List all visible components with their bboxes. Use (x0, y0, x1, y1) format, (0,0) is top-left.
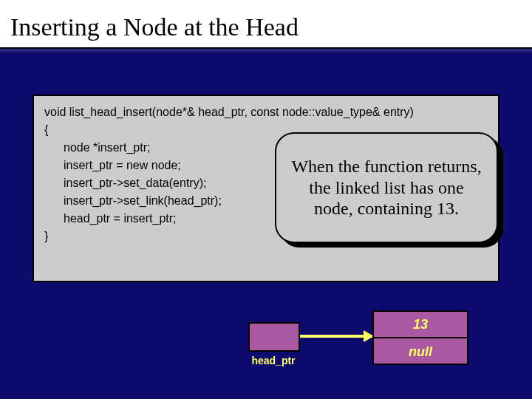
slide-title: Inserting a Node at the Head (10, 13, 522, 41)
node-data-field: 13 (374, 312, 467, 338)
arrow-icon (300, 335, 372, 338)
callout-text: When the function returns, the linked li… (290, 156, 483, 219)
code-signature: void list_head_insert(node*& head_ptr, c… (44, 103, 488, 121)
title-underline (0, 47, 532, 52)
title-area: Inserting a Node at the Head (0, 0, 532, 47)
pointer-box (248, 322, 300, 352)
pointer-label: head_ptr (236, 355, 310, 366)
node-box: 13 null (372, 310, 468, 365)
node-link-field: null (374, 338, 467, 365)
callout-box: When the function returns, the linked li… (275, 132, 498, 243)
